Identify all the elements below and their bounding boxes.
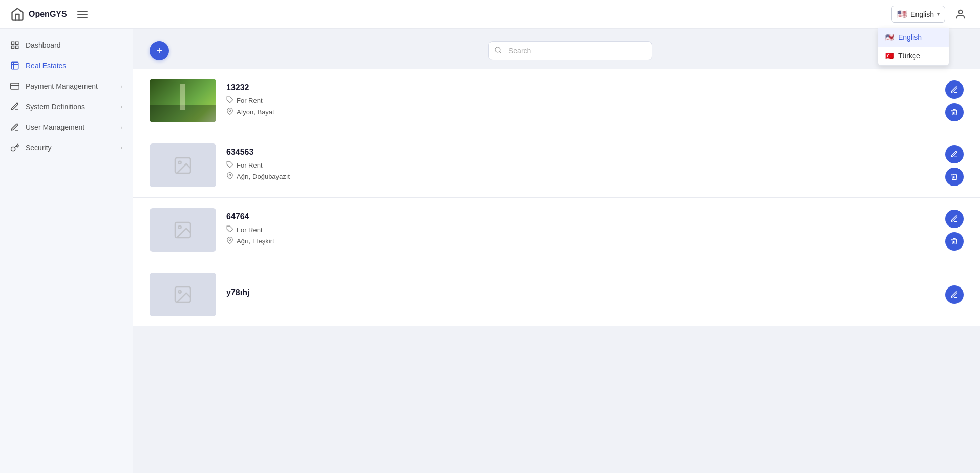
app-name: OpenGYS [29, 10, 67, 19]
pencil-icon [950, 215, 958, 223]
sidebar-label-user-management: User Management [26, 123, 84, 131]
edit-button[interactable] [945, 80, 964, 99]
trash-icon [950, 108, 958, 116]
delete-button[interactable] [945, 232, 964, 251]
sidebar-item-user-management[interactable]: User Management › [0, 117, 133, 137]
property-actions [945, 210, 964, 251]
svg-rect-2 [16, 42, 18, 44]
property-title: y78ıhj [226, 288, 945, 297]
app-logo: OpenGYS [10, 7, 67, 22]
flag-turkish: 🇹🇷 [885, 52, 894, 60]
sidebar-item-payment-management[interactable]: Payment Management › [0, 76, 133, 96]
sidebar-label-system: System Definitions [26, 102, 85, 111]
label-turkish: Türkçe [898, 52, 920, 60]
property-location: Ağrı, Eleşkirt [226, 237, 945, 245]
sidebar-label-payment: Payment Management [26, 82, 98, 90]
svg-rect-5 [11, 62, 18, 69]
thumbnail-placeholder [150, 273, 216, 316]
location-label: Afyon, Bayat [237, 108, 274, 116]
property-thumbnail [150, 273, 216, 316]
location-icon [226, 172, 233, 181]
property-thumbnail [150, 143, 216, 187]
property-info: y78ıhj [226, 288, 945, 301]
location-icon [226, 108, 233, 116]
trash-icon [950, 237, 958, 245]
property-title: 64764 [226, 212, 945, 221]
chevron-right-icon-3: › [121, 125, 122, 130]
pencil-icon [950, 150, 958, 158]
edit-button[interactable] [945, 145, 964, 163]
chevron-right-icon: › [121, 84, 122, 89]
edit-button[interactable] [945, 285, 964, 304]
toolbar: + [133, 29, 980, 69]
edit-button[interactable] [945, 210, 964, 228]
sidebar-label-real-estates: Real Estates [26, 61, 66, 70]
property-item: 64764 For Rent [133, 198, 980, 262]
listing-type-label: For Rent [237, 161, 263, 169]
delete-button[interactable] [945, 168, 964, 186]
label-english: English [898, 33, 922, 42]
thumbnail-placeholder [150, 208, 216, 252]
property-thumbnail [150, 79, 216, 122]
location-label: Ağrı, Eleşkirt [237, 237, 274, 245]
home-icon [10, 7, 25, 22]
property-title: 13232 [226, 83, 945, 92]
trash-icon [950, 173, 958, 181]
credit-card-icon [10, 81, 19, 91]
search-input[interactable] [488, 41, 652, 60]
tag-icon [226, 225, 233, 234]
key-icon [10, 143, 19, 152]
user-icon [955, 9, 966, 20]
delete-button[interactable] [945, 103, 964, 121]
property-actions [945, 285, 964, 304]
pen-icon [10, 102, 19, 111]
property-actions [945, 145, 964, 186]
sidebar-item-system-definitions[interactable]: System Definitions › [0, 96, 133, 117]
property-title: 634563 [226, 148, 945, 157]
language-dropdown: 🇺🇸 English 🇹🇷 Türkçe [878, 28, 949, 66]
header-left: OpenGYS [10, 7, 90, 22]
pencil-icon [950, 86, 958, 94]
building-icon [10, 61, 19, 70]
add-property-button[interactable]: + [150, 41, 169, 60]
language-label: English [910, 10, 934, 18]
tag-icon [226, 161, 233, 170]
svg-point-8 [495, 47, 500, 52]
property-actions [945, 80, 964, 121]
user-button[interactable] [951, 5, 970, 24]
property-item: 634563 For Rent [133, 133, 980, 198]
grid-icon [10, 40, 19, 50]
language-selector[interactable]: 🇺🇸 English ▾ [891, 6, 945, 23]
svg-point-0 [958, 10, 962, 13]
sidebar-label-dashboard: Dashboard [26, 41, 61, 49]
sidebar-item-security[interactable]: Security › [0, 137, 133, 158]
property-listing-type: For Rent [226, 161, 945, 170]
search-box [488, 41, 652, 60]
flag-english: 🇺🇸 [885, 33, 894, 42]
lang-option-turkish[interactable]: 🇹🇷 Türkçe [878, 47, 949, 65]
svg-line-9 [499, 51, 501, 53]
chevron-right-icon-2: › [121, 104, 122, 110]
svg-point-17 [179, 225, 181, 228]
property-info: 13232 For Rent [226, 83, 945, 119]
svg-rect-3 [11, 46, 14, 49]
property-location: Ağrı, Doğubayazıt [226, 172, 945, 181]
sidebar: Dashboard Real Estates Payment Managemen… [0, 29, 133, 473]
location-label: Ağrı, Doğubayazıt [237, 173, 290, 180]
header-right: 🇺🇸 English ▾ 🇺🇸 English 🇹🇷 Türkçe [891, 5, 970, 24]
plus-icon: + [156, 46, 162, 56]
sidebar-item-real-estates[interactable]: Real Estates [0, 55, 133, 76]
svg-point-13 [179, 161, 181, 163]
property-info: 634563 For Rent [226, 148, 945, 183]
svg-point-15 [229, 174, 231, 176]
hamburger-button[interactable] [75, 9, 90, 20]
location-icon [226, 237, 233, 245]
property-list: 13232 For Rent [133, 69, 980, 326]
property-item: 13232 For Rent [133, 69, 980, 133]
chevron-right-icon-4: › [121, 145, 122, 151]
lang-option-english[interactable]: 🇺🇸 English [878, 28, 949, 47]
sidebar-item-dashboard[interactable]: Dashboard [0, 35, 133, 55]
tag-icon [226, 96, 233, 105]
layout: Dashboard Real Estates Payment Managemen… [0, 29, 980, 473]
thumbnail-placeholder [150, 143, 216, 187]
